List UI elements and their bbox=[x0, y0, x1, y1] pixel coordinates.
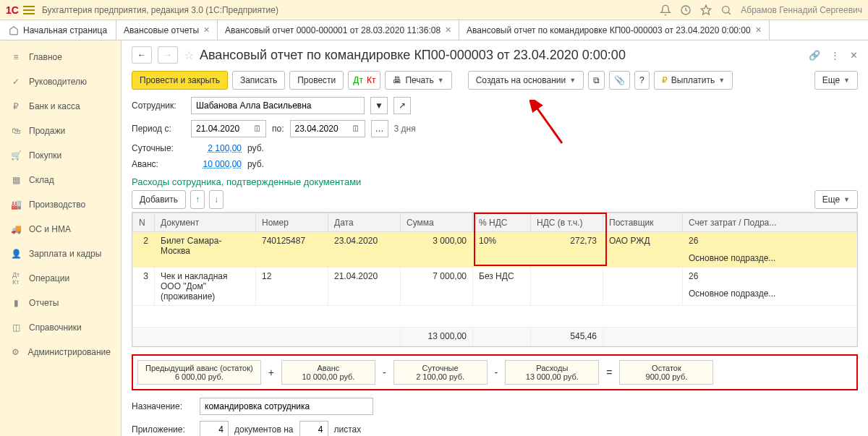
post-close-button[interactable]: Провести и закрыть bbox=[132, 71, 228, 90]
cell-doc: Чек и накладная ООО "Дом" (проживание) bbox=[155, 268, 256, 306]
link-icon[interactable]: 🔗 bbox=[809, 50, 820, 61]
table-row[interactable]: 3 Чек и накладная ООО "Дом" (проживание)… bbox=[133, 268, 857, 306]
perdiem-label: Суточные: bbox=[132, 143, 185, 153]
money-icon: ₽ bbox=[10, 101, 22, 112]
dropdown-button[interactable]: ▼ bbox=[370, 97, 388, 114]
sidebar-item-salary[interactable]: 👤Зарплата и кадры bbox=[0, 241, 121, 266]
chart-icon: ✓ bbox=[10, 76, 22, 87]
sidebar-item-sales[interactable]: 🛍Продажи bbox=[0, 119, 121, 143]
create-based-button[interactable]: Создать на основании▼ bbox=[468, 71, 584, 90]
date-to-input[interactable] bbox=[290, 120, 348, 137]
nav-back-button[interactable]: ← bbox=[132, 46, 152, 64]
sidebar-item-reports[interactable]: ▮Отчеты bbox=[0, 291, 121, 315]
row-employee: Сотрудник: ▼ ↗ bbox=[122, 94, 868, 117]
close-icon[interactable]: ✕ bbox=[203, 25, 210, 35]
col-supplier[interactable]: Поставщик bbox=[603, 213, 683, 232]
add-row-button[interactable]: Добавить bbox=[132, 190, 186, 209]
table-more-button[interactable]: Еще▼ bbox=[814, 190, 858, 209]
help-button[interactable]: ? bbox=[634, 71, 650, 90]
btn-label: Провести и закрыть bbox=[140, 75, 220, 85]
employee-input[interactable] bbox=[191, 97, 365, 114]
post-button[interactable]: Провести bbox=[289, 71, 344, 90]
sidebar-item-main[interactable]: ≡Главное bbox=[0, 45, 121, 69]
col-sum[interactable]: Сумма bbox=[401, 213, 473, 232]
sidebar-item-refs[interactable]: ◫Справочники bbox=[0, 315, 121, 340]
move-down-button[interactable]: ↓ bbox=[209, 190, 224, 209]
cell-sum: 7 000,00 bbox=[401, 268, 473, 306]
perdiem-value[interactable]: 2 100,00 bbox=[191, 143, 242, 153]
user-name[interactable]: Абрамов Геннадий Сергеевич bbox=[741, 5, 862, 15]
sidebar-item-purchases[interactable]: 🛒Покупки bbox=[0, 143, 121, 168]
save-button[interactable]: Записать bbox=[232, 71, 285, 90]
sidebar-item-os[interactable]: 🚚ОС и НМА bbox=[0, 217, 121, 241]
tab-item-0[interactable]: Авансовые отчеты ✕ bbox=[116, 20, 218, 40]
pay-button[interactable]: ₽Выплатить▼ bbox=[654, 71, 733, 90]
table-footer: 13 000,00 545,46 bbox=[133, 328, 857, 346]
tab-home[interactable]: Начальная страница bbox=[0, 20, 116, 40]
attach-label: Приложение: bbox=[132, 424, 194, 435]
nav-fwd-button[interactable]: → bbox=[158, 46, 178, 64]
col-doc[interactable]: Документ bbox=[155, 213, 256, 232]
date-from-input[interactable] bbox=[191, 120, 249, 137]
close-doc-icon[interactable]: ✕ bbox=[850, 50, 858, 61]
close-icon[interactable]: ✕ bbox=[755, 25, 762, 35]
sidebar-item-bank[interactable]: ₽Банк и касса bbox=[0, 94, 121, 119]
btn-label: Провести bbox=[297, 75, 336, 85]
col-vat-rate[interactable]: % НДС bbox=[473, 213, 531, 232]
attach-button[interactable]: 📎 bbox=[609, 71, 630, 90]
link-button[interactable]: ⧉ bbox=[588, 71, 605, 90]
tab-home-label: Начальная страница bbox=[23, 25, 107, 35]
attach-docs-input[interactable] bbox=[200, 421, 229, 436]
calendar-icon[interactable]: 🗓 bbox=[348, 120, 365, 137]
days-text: 3 дня bbox=[394, 124, 416, 134]
bag-icon: 🛍 bbox=[10, 125, 22, 137]
rub-label: руб. bbox=[247, 143, 264, 153]
sidebar-item-production[interactable]: 🏭Производство bbox=[0, 192, 121, 217]
bell-icon[interactable] bbox=[660, 4, 671, 16]
attach-sheets-input[interactable] bbox=[299, 421, 328, 436]
sidebar-item-operations[interactable]: ДтКтОперации bbox=[0, 266, 121, 291]
more-button[interactable]: Еще▼ bbox=[814, 71, 858, 90]
dt-kt-button[interactable]: ДтКт bbox=[348, 71, 380, 90]
col-n[interactable]: N bbox=[133, 213, 155, 232]
person-icon: 👤 bbox=[10, 248, 22, 260]
more-icon[interactable]: ⋮ bbox=[830, 50, 840, 61]
sidebar-label: Отчеты bbox=[29, 298, 59, 308]
star-icon[interactable] bbox=[700, 4, 712, 16]
open-ref-button[interactable]: ↗ bbox=[393, 97, 411, 114]
col-account[interactable]: Счет затрат / Подра... bbox=[683, 213, 857, 232]
ellipsis-button[interactable]: … bbox=[371, 120, 388, 137]
cell-n: 2 bbox=[133, 232, 155, 268]
history-icon[interactable] bbox=[680, 4, 692, 16]
menu-icon[interactable] bbox=[23, 6, 35, 14]
summary-calc: Предыдущий аванс (остаток)6 000,00 руб. … bbox=[132, 354, 858, 390]
sidebar-item-stock[interactable]: ▦Склад bbox=[0, 168, 121, 192]
menu-icon: ≡ bbox=[10, 51, 22, 63]
table-row[interactable]: 2 Билет Самара-Москва 740125487 23.04.20… bbox=[133, 232, 857, 268]
svg-marker-1 bbox=[702, 5, 711, 14]
tab-item-1[interactable]: Авансовый отчет 0000-000001 от 28.03.202… bbox=[218, 20, 459, 40]
book-icon: ◫ bbox=[10, 322, 22, 333]
content-area: ← → ☆ Авансовый отчет по командировке КП… bbox=[122, 40, 868, 436]
tab-item-2[interactable]: Авансовый отчет по командировке КП00-000… bbox=[459, 20, 770, 40]
col-vat[interactable]: НДС (в т.ч.) bbox=[531, 213, 603, 232]
col-num[interactable]: Номер bbox=[256, 213, 328, 232]
col-date[interactable]: Дата bbox=[328, 213, 401, 232]
advance-value[interactable]: 10 000,00 bbox=[191, 159, 242, 169]
favorite-star-icon[interactable]: ☆ bbox=[184, 48, 194, 62]
cell-account: 26Основное подразде... bbox=[683, 268, 857, 306]
print-button[interactable]: 🖶Печать▼ bbox=[385, 71, 451, 90]
tab-label: Авансовые отчеты bbox=[124, 25, 199, 35]
cell-date: 21.04.2020 bbox=[328, 268, 401, 306]
close-icon[interactable]: ✕ bbox=[445, 25, 451, 35]
search-icon[interactable] bbox=[720, 4, 732, 16]
sidebar-label: Банк и касса bbox=[29, 101, 80, 111]
calendar-icon[interactable]: 🗓 bbox=[249, 120, 266, 137]
table-row-empty bbox=[133, 306, 857, 328]
cart-icon: 🛒 bbox=[10, 150, 22, 161]
cell-supplier: ОАО РЖД bbox=[603, 232, 683, 268]
sidebar-item-boss[interactable]: ✓Руководителю bbox=[0, 69, 121, 94]
sidebar-item-admin[interactable]: ⚙Администрирование bbox=[0, 340, 121, 364]
move-up-button[interactable]: ↑ bbox=[190, 190, 205, 209]
purpose-input[interactable] bbox=[200, 398, 373, 415]
